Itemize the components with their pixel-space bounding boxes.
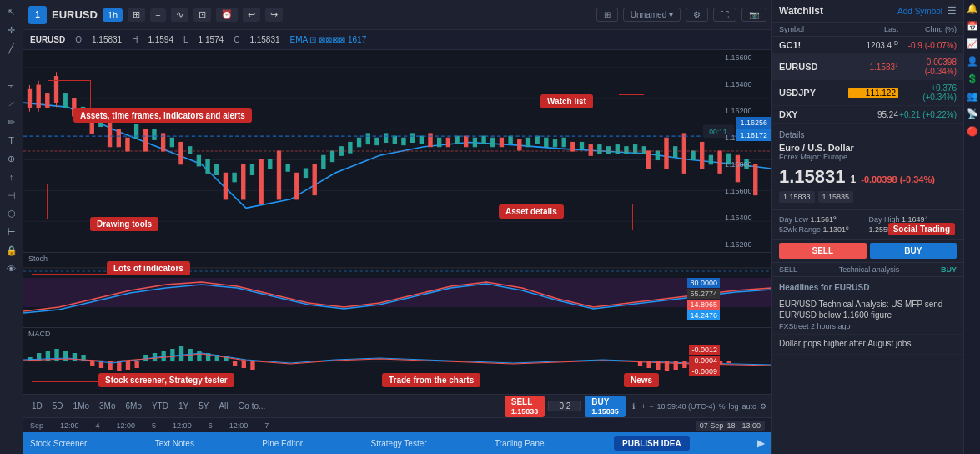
ohlc-close-val: 1.15831 bbox=[249, 35, 279, 44]
timeframe-3mo-btn[interactable]: 3Mo bbox=[96, 400, 118, 412]
watchlist-row-eurusd[interactable]: EURUSD 1.15831 -0.00398 (-0.34%) bbox=[772, 54, 963, 80]
news-item-1[interactable]: EUR/USD Technical Analysis: US MFP send … bbox=[772, 295, 963, 335]
footer-trading-panel[interactable]: Trading Panel bbox=[495, 439, 546, 448]
plus-icon[interactable]: + bbox=[641, 402, 646, 411]
news-section: Headlines for EURUSD EUR/USD Technical A… bbox=[772, 277, 963, 454]
footer-stock-screener[interactable]: Stock Screener bbox=[30, 439, 87, 448]
buy-big-btn[interactable]: BUY bbox=[870, 243, 957, 259]
footer-strategy-tester[interactable]: Strategy Tester bbox=[370, 439, 426, 448]
channel-icon[interactable]: ⟋ bbox=[3, 95, 21, 112]
layout-btn[interactable]: ⊞ bbox=[596, 8, 618, 22]
footer-play-icon[interactable]: ▶ bbox=[757, 437, 765, 449]
svg-rect-30 bbox=[500, 138, 503, 147]
redo-btn[interactable]: ↪ bbox=[265, 8, 283, 22]
svg-rect-86 bbox=[656, 151, 659, 160]
publish-idea-btn[interactable]: PUBLISH IDEA bbox=[614, 436, 690, 451]
buy-box[interactable]: BUY 1.15835 bbox=[585, 396, 626, 417]
svg-rect-119 bbox=[179, 346, 183, 361]
top-bar: 1 EURUSD 1h ⊞ + ∿ ⊡ ⏰ ↩ ↪ ⊞ Unnamed ▾ ⚙ … bbox=[23, 0, 771, 30]
svg-rect-61 bbox=[366, 134, 369, 144]
bell-icon[interactable]: 🔔 bbox=[967, 3, 978, 14]
svg-rect-55 bbox=[304, 169, 307, 178]
horizontal-line-icon[interactable]: — bbox=[3, 58, 21, 75]
watchlist-menu-icon[interactable]: ☰ bbox=[947, 5, 957, 17]
stoch-val2: 14.8965 bbox=[687, 300, 720, 310]
auto-btn[interactable]: auto bbox=[741, 402, 756, 411]
svg-rect-76 bbox=[545, 138, 548, 147]
alerts-btn[interactable]: ⏰ bbox=[216, 8, 238, 22]
chng-eurusd: -0.00398 (-0.34%) bbox=[898, 58, 957, 76]
measure-icon[interactable]: ⊣ bbox=[3, 187, 21, 204]
people-icon[interactable]: 👥 bbox=[967, 91, 978, 102]
pattern-icon[interactable]: ⬡ bbox=[3, 205, 21, 222]
watchlist-row-usdjpy[interactable]: USDJPY 111.122 +0.376 (+0.34%) bbox=[772, 80, 963, 106]
strategy-btn[interactable]: ⊡ bbox=[193, 8, 211, 22]
minus-icon[interactable]: − bbox=[649, 402, 653, 411]
fib-icon[interactable]: ⫟ bbox=[3, 77, 21, 93]
user-icon[interactable]: 👤 bbox=[967, 56, 978, 67]
watchlist-row-gc1[interactable]: GC1! 1203.4 D -0.9 (-0.07%) bbox=[772, 37, 963, 54]
chart-area: 1 EURUSD 1h ⊞ + ∿ ⊡ ⏰ ↩ ↪ ⊞ Unnamed ▾ ⚙ … bbox=[23, 0, 771, 454]
ruler-icon[interactable]: ⊢ bbox=[3, 224, 21, 240]
svg-rect-17 bbox=[126, 138, 129, 151]
goto-btn[interactable]: Go to... bbox=[235, 400, 269, 412]
cursor-icon[interactable]: ↖ bbox=[3, 3, 21, 20]
sell-box[interactable]: SELL 1.15833 bbox=[505, 396, 545, 417]
indicators-btn[interactable]: ∿ bbox=[171, 8, 188, 22]
dollar-icon[interactable]: 💲 bbox=[967, 73, 978, 84]
col-chng-header: Chng (%) bbox=[898, 25, 957, 33]
fullscreen-btn[interactable]: ⛶ bbox=[713, 8, 736, 22]
timeframe-5d-btn[interactable]: 5D bbox=[49, 400, 67, 412]
settings-small-icon[interactable]: ⚙ bbox=[760, 402, 766, 411]
alert-icon[interactable]: 🔴 bbox=[967, 126, 978, 137]
lock-icon[interactable]: 🔒 bbox=[3, 242, 21, 259]
timeframe-5y-btn[interactable]: 5Y bbox=[195, 400, 212, 412]
tech-analysis-label: Technical analysis bbox=[839, 265, 900, 274]
info-icon[interactable]: ℹ bbox=[629, 402, 638, 411]
log-btn[interactable]: log bbox=[728, 402, 738, 411]
svg-rect-125 bbox=[233, 361, 237, 366]
date-bar: Sep 12:00 4 12:00 5 12:00 6 12:00 7 07 S… bbox=[23, 417, 771, 432]
buy-label: BUY bbox=[591, 397, 609, 406]
compare-btn[interactable]: + bbox=[150, 8, 165, 22]
buy-sell-row: SELL BUY bbox=[772, 240, 963, 263]
zoom-icon[interactable]: ⊕ bbox=[3, 150, 21, 167]
timeframe-ytd-btn[interactable]: YTD bbox=[148, 400, 172, 412]
trend-line-icon[interactable]: ╱ bbox=[3, 40, 21, 57]
price-level-2: 1.16400 bbox=[725, 80, 768, 88]
last-eurusd: 1.15831 bbox=[848, 62, 898, 72]
text-icon[interactable]: T bbox=[3, 132, 21, 149]
timeframe-all-btn[interactable]: All bbox=[215, 400, 231, 412]
sell-big-btn[interactable]: SELL bbox=[779, 243, 867, 259]
timeframe-1h[interactable]: 1h bbox=[103, 8, 123, 22]
chart-type-btn[interactable]: ⊞ bbox=[128, 8, 145, 22]
eye-icon[interactable]: 👁 bbox=[3, 260, 21, 277]
svg-rect-70 bbox=[473, 138, 476, 147]
undo-btn[interactable]: ↩ bbox=[243, 8, 260, 22]
timeframe-6mo-btn[interactable]: 6Mo bbox=[123, 400, 145, 412]
calendar-icon[interactable]: 📅 bbox=[967, 21, 978, 32]
news-item-2[interactable]: Dollar pops higher after August jobs bbox=[772, 335, 963, 355]
screenshot-btn[interactable]: 📷 bbox=[741, 8, 766, 22]
settings-btn[interactable]: ⚙ bbox=[686, 8, 708, 22]
main-chart[interactable]: 00:11 1.16600 1.16400 1.16200 1.16000 1.… bbox=[23, 50, 771, 252]
watchlist-row-dxy[interactable]: DXY 95.24 +0.21 (+0.22%) bbox=[772, 106, 963, 124]
pct-btn[interactable]: % bbox=[718, 402, 725, 411]
timeframe-1mo-btn[interactable]: 1Mo bbox=[70, 400, 93, 412]
footer-pine-editor[interactable]: Pine Editor bbox=[262, 439, 303, 448]
footer-text-notes[interactable]: Text Notes bbox=[155, 439, 194, 448]
crosshair-icon[interactable]: ✛ bbox=[3, 22, 21, 38]
chart-right-icon[interactable]: 📈 bbox=[967, 38, 978, 49]
stoch-label: Stoch bbox=[28, 255, 48, 263]
svg-rect-57 bbox=[330, 151, 334, 162]
svg-rect-126 bbox=[242, 361, 246, 368]
unnamed-btn[interactable]: Unnamed ▾ bbox=[623, 8, 681, 22]
brush-icon[interactable]: ✏ bbox=[3, 114, 21, 130]
qty-input[interactable] bbox=[548, 401, 581, 411]
arrow-icon[interactable]: ↑ bbox=[3, 169, 21, 185]
timeframe-1y-btn[interactable]: 1Y bbox=[175, 400, 192, 412]
add-symbol-btn[interactable]: Add Symbol bbox=[897, 7, 942, 16]
signal-icon[interactable]: 📡 bbox=[967, 108, 978, 119]
buy-price: 1.15835 bbox=[591, 407, 619, 416]
timeframe-1d-btn[interactable]: 1D bbox=[28, 400, 46, 412]
